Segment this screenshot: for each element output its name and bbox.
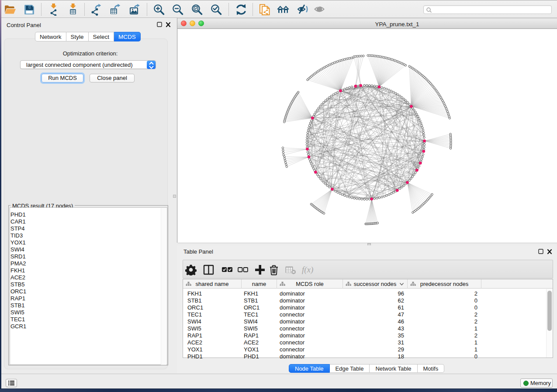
svg-text:f(x): f(x) xyxy=(302,265,313,275)
